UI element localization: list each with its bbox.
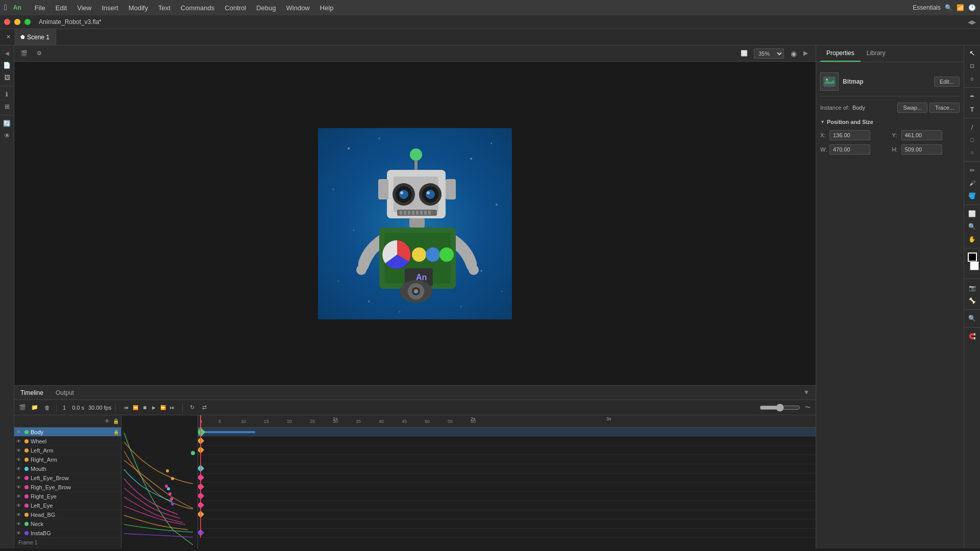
frame-row-righteyebrow[interactable] (198, 483, 816, 492)
h-input[interactable] (901, 144, 942, 155)
layer-visibility-toggle[interactable]: 👁 (16, 466, 22, 471)
layer-row[interactable]: 👁 Neck (14, 519, 121, 529)
w-input[interactable] (829, 144, 870, 155)
layer-visibility-toggle[interactable]: 👁 (16, 475, 22, 481)
keyframe-lefteye[interactable] (198, 502, 204, 509)
stop-btn[interactable]: ⏹ (140, 404, 149, 412)
go-end-btn[interactable]: ⏭ (168, 404, 176, 412)
grid-btn[interactable]: ⊞ (2, 101, 13, 112)
zoom-select[interactable]: 35% 50% 75% 100% (754, 48, 784, 59)
layer-visibility-toggle[interactable]: 👁 (16, 512, 22, 517)
menu-file[interactable]: File (30, 0, 51, 15)
layer-row[interactable]: 👁 Head_BG (14, 510, 121, 519)
frame-row-leftarm[interactable] (198, 446, 816, 455)
tab-library[interactable]: Library (861, 45, 892, 62)
new-file-btn[interactable]: ✕ (4, 33, 12, 41)
menu-commands[interactable]: Commands (176, 0, 219, 15)
layer-visibility-toggle[interactable]: 👁 (16, 448, 22, 453)
eye-btn[interactable]: 👁 (2, 130, 13, 141)
keyframe-lefteyebrow[interactable] (198, 474, 204, 481)
frame-row-rightarm[interactable] (198, 455, 816, 464)
layer-visibility-toggle[interactable]: 👁 (16, 485, 22, 490)
lasso-tool[interactable]: ⌾ (967, 73, 978, 84)
menu-debug[interactable]: Debug (251, 0, 281, 15)
camera-video-tool[interactable]: 📷 (967, 282, 978, 293)
y-input[interactable] (901, 130, 942, 140)
go-start-btn[interactable]: ⏮ (122, 404, 130, 412)
maximize-button[interactable] (24, 19, 31, 25)
tab-properties[interactable]: Properties (820, 45, 861, 62)
keyframe-righteye[interactable] (198, 492, 204, 499)
stroke-color[interactable] (968, 253, 977, 262)
picture-btn[interactable]: 🖼 (2, 72, 13, 83)
layer-row[interactable]: 👁 Left_Arm (14, 446, 121, 455)
layer-visibility-toggle[interactable]: 👁 (16, 521, 22, 527)
eraser-tool[interactable]: ⬜ (967, 208, 978, 219)
menu-edit[interactable]: Edit (51, 0, 72, 15)
loop-btn[interactable]: ↻ (187, 403, 197, 413)
edit-button[interactable]: Edit... (934, 77, 960, 87)
search-icon[interactable]: 🔍 (945, 4, 952, 11)
paint-bucket-tool[interactable]: 🪣 (967, 190, 978, 202)
layer-visibility-toggle[interactable]: 👁 (16, 531, 22, 536)
pencil-tool[interactable]: ✏ (967, 165, 978, 176)
frame-row-instabg[interactable] (198, 529, 816, 538)
keyframe-wheel[interactable] (198, 437, 204, 444)
snap-tool[interactable]: 🧲 (967, 331, 978, 342)
onion-skin-btn[interactable]: ◉ (788, 48, 799, 59)
rect-tool[interactable]: □ (967, 134, 978, 145)
hand-tool[interactable]: ✋ (967, 234, 978, 245)
layer-visibility-toggle[interactable]: 👁 (16, 439, 22, 444)
brush-tool[interactable]: 🖌 (967, 178, 978, 189)
layer-visibility-toggle[interactable]: 👁 (16, 494, 22, 499)
keyframe-headbg[interactable] (198, 511, 204, 518)
settings-btn[interactable]: ⚙ (34, 48, 45, 59)
folder-btn[interactable]: 📁 (30, 403, 40, 413)
scene-tab[interactable]: ⬟ Scene 1 (14, 29, 56, 45)
frame-row-headbg[interactable] (198, 510, 816, 519)
search-tool[interactable]: 🔍 (967, 313, 978, 324)
new-layer-btn[interactable]: 🎬 (17, 403, 28, 413)
keyframe-instabg[interactable] (198, 529, 204, 536)
collapse-timeline-btn[interactable]: ▼ (803, 389, 812, 397)
cursor-btn[interactable]: 🔄 (2, 118, 13, 129)
menu-text[interactable]: Text (153, 0, 176, 15)
layer-row[interactable]: 👁 Left_Eye (14, 501, 121, 510)
zoom-tool[interactable]: 🔍 (967, 221, 978, 232)
loop-range-btn[interactable]: ⇄ (199, 403, 209, 413)
frame-row-lefteyebrow[interactable] (198, 473, 816, 483)
expand-collapse-btn[interactable]: ◀ (2, 47, 13, 59)
collapse-right-btn[interactable]: ▶ (803, 49, 812, 58)
layer-visibility-toggle[interactable]: 👁 (16, 457, 22, 462)
bone-tool[interactable]: 🦴 (967, 295, 978, 306)
close-button[interactable] (4, 19, 10, 25)
menu-control[interactable]: Control (219, 0, 251, 15)
layer-row[interactable]: 👁 Righ_Eye_Brow (14, 483, 121, 492)
layer-lock-toggle[interactable]: 🔒 (113, 430, 119, 435)
layer-row[interactable]: 👁 Wheel (14, 437, 121, 446)
tween-bar-body[interactable] (204, 431, 255, 433)
text-tool[interactable]: T (967, 104, 978, 115)
layer-row[interactable]: 👁 Left_Eye_Brow (14, 473, 121, 483)
file-btn[interactable]: 📄 (2, 60, 13, 71)
layer-row[interactable]: 👁 Right_Eye (14, 492, 121, 501)
line-tool[interactable]: / (967, 121, 978, 133)
menu-view[interactable]: View (72, 0, 96, 15)
ease-btn[interactable]: 〜 (802, 403, 813, 413)
frames-area[interactable]: 1 5 10 15 20 25 30 35 40 45 50 55 (198, 415, 816, 548)
stage[interactable]: An (14, 62, 816, 385)
camera-btn[interactable]: 🎬 (18, 48, 30, 59)
frame-row-wheel[interactable] (198, 437, 816, 446)
select-tool[interactable]: ↖ (967, 47, 978, 59)
keyframe-leftarm[interactable] (198, 446, 204, 454)
apple-logo[interactable]:  (4, 3, 7, 12)
pen-tool[interactable]: ✒ (967, 91, 978, 102)
play-btn[interactable]: ▶ (150, 404, 158, 412)
frame-row-neck[interactable] (198, 519, 816, 529)
layer-row[interactable]: 👁 Right_Arm (14, 455, 121, 464)
transform-tool[interactable]: ⊡ (967, 60, 978, 71)
oval-tool[interactable]: ○ (967, 147, 978, 158)
keyframe-mouth[interactable] (198, 465, 204, 472)
minimize-button[interactable] (14, 19, 20, 25)
menu-insert[interactable]: Insert (96, 0, 124, 15)
